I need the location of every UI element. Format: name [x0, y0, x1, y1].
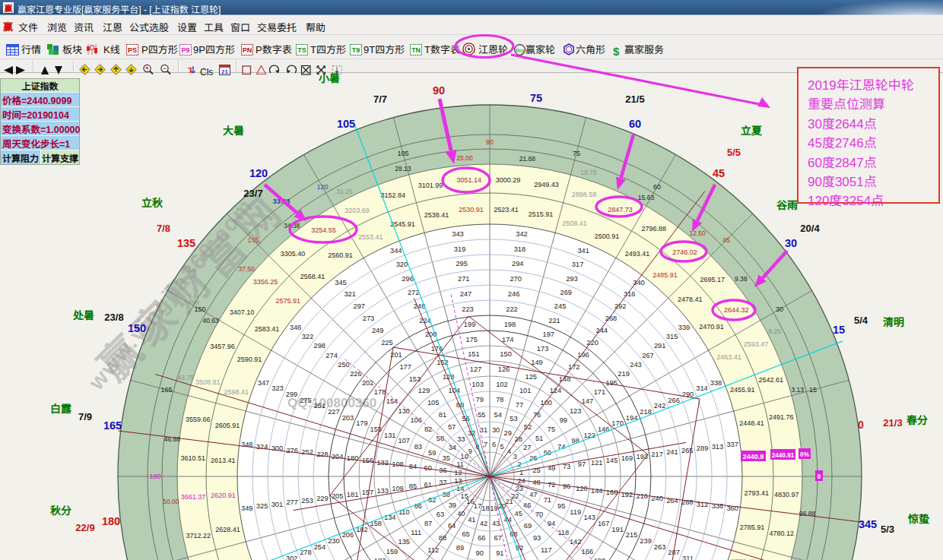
- svg-text:143: 143: [583, 514, 595, 521]
- svg-text:135: 135: [398, 538, 411, 546]
- svg-text:99: 99: [560, 416, 567, 424]
- svg-text:2568.41: 2568.41: [300, 273, 325, 280]
- svg-text:347: 347: [258, 379, 270, 387]
- svg-text:87: 87: [424, 520, 432, 527]
- svg-text:53: 53: [510, 415, 517, 422]
- svg-text:28.13: 28.13: [395, 165, 411, 172]
- svg-text:74: 74: [557, 443, 565, 451]
- svg-text:63: 63: [437, 511, 444, 518]
- svg-text:218: 218: [640, 408, 652, 416]
- svg-text:90: 90: [476, 549, 484, 557]
- svg-text:65: 65: [462, 530, 469, 538]
- svg-text:0%: 0%: [800, 451, 810, 458]
- svg-text:317: 317: [572, 261, 584, 268]
- svg-text:2508.41: 2508.41: [562, 220, 587, 227]
- svg-text:97: 97: [578, 460, 586, 468]
- svg-text:105: 105: [427, 399, 440, 407]
- svg-text:150: 150: [128, 322, 146, 334]
- svg-text:15: 15: [809, 386, 817, 394]
- svg-text:168: 168: [606, 489, 618, 496]
- svg-text:17: 17: [474, 502, 481, 510]
- svg-text:100: 100: [541, 399, 553, 407]
- svg-text:7: 7: [484, 441, 487, 448]
- svg-text:3610.51: 3610.51: [180, 454, 205, 462]
- svg-text:195: 195: [606, 379, 618, 387]
- svg-text:34.38: 34.38: [284, 222, 300, 229]
- svg-text:254: 254: [314, 543, 326, 551]
- svg-text:54: 54: [494, 411, 502, 419]
- svg-text:266: 266: [668, 397, 680, 404]
- svg-text:192: 192: [621, 491, 633, 498]
- svg-text:145: 145: [606, 457, 618, 464]
- svg-text:66: 66: [478, 534, 485, 542]
- svg-text:23/7: 23/7: [243, 188, 262, 199]
- svg-text:21/5: 21/5: [625, 93, 644, 105]
- svg-text:3407.10: 3407.10: [230, 308, 255, 316]
- svg-text:183: 183: [374, 557, 386, 560]
- svg-text:121: 121: [591, 459, 603, 467]
- svg-text:30: 30: [492, 426, 500, 434]
- svg-text:178: 178: [374, 388, 386, 396]
- svg-text:124: 124: [550, 387, 562, 394]
- svg-text:PN: PN: [243, 46, 252, 54]
- svg-text:133: 133: [376, 487, 389, 495]
- svg-text:78: 78: [496, 396, 503, 403]
- svg-text:2560.91: 2560.91: [328, 252, 353, 259]
- svg-text:58: 58: [437, 435, 444, 442]
- svg-text:167: 167: [598, 520, 610, 527]
- svg-text:132: 132: [376, 459, 389, 467]
- svg-text:57: 57: [448, 423, 456, 431]
- svg-text:253: 253: [301, 497, 313, 505]
- svg-text:172: 172: [568, 363, 580, 371]
- svg-text:2793.41: 2793.41: [745, 489, 770, 497]
- svg-text:156: 156: [362, 457, 374, 464]
- svg-text:75: 75: [573, 150, 580, 157]
- svg-text:151: 151: [468, 350, 480, 358]
- svg-text:3661.37: 3661.37: [181, 493, 206, 501]
- svg-text:346: 346: [290, 324, 302, 331]
- svg-text:29: 29: [504, 429, 512, 437]
- svg-text:9: 9: [468, 448, 472, 455]
- svg-text:41: 41: [468, 516, 475, 524]
- svg-text:205: 205: [332, 492, 344, 500]
- svg-text:150: 150: [194, 305, 205, 313]
- svg-text:46.88: 46.88: [164, 435, 181, 443]
- svg-text:109: 109: [392, 485, 404, 492]
- svg-text:173: 173: [537, 345, 549, 353]
- svg-text:288: 288: [681, 498, 694, 506]
- svg-text:6: 6: [492, 441, 496, 448]
- svg-text:90: 90: [433, 84, 445, 96]
- svg-text:118: 118: [557, 529, 569, 536]
- svg-text:225: 225: [381, 339, 393, 346]
- svg-text:344: 344: [390, 247, 402, 255]
- svg-text:34: 34: [449, 444, 456, 451]
- svg-text:立夏: 立夏: [741, 122, 763, 138]
- svg-text:243: 243: [630, 361, 642, 369]
- svg-text:135: 135: [247, 236, 259, 244]
- svg-text:2523.41: 2523.41: [494, 206, 519, 214]
- svg-text:5/3: 5/3: [881, 524, 894, 535]
- svg-text:42: 42: [480, 520, 487, 527]
- svg-text:341: 341: [577, 247, 589, 255]
- svg-text:264: 264: [666, 497, 678, 505]
- svg-text:337: 337: [726, 441, 738, 448]
- svg-text:315: 315: [666, 333, 678, 340]
- svg-text:67: 67: [494, 534, 502, 542]
- svg-text:2590.91: 2590.91: [237, 356, 262, 363]
- svg-text:大暑: 大暑: [223, 122, 244, 138]
- svg-text:春分: 春分: [906, 412, 928, 427]
- svg-text:273: 273: [363, 315, 375, 322]
- svg-text:215: 215: [626, 531, 638, 539]
- svg-text:2485.91: 2485.91: [652, 271, 678, 279]
- svg-text:2538.41: 2538.41: [424, 211, 449, 219]
- svg-text:120: 120: [316, 183, 328, 191]
- svg-text:198: 198: [504, 321, 516, 328]
- svg-text:31: 31: [480, 426, 487, 434]
- svg-text:275: 275: [300, 397, 312, 404]
- svg-text:191: 191: [611, 526, 624, 533]
- svg-text:96.88: 96.88: [799, 510, 816, 517]
- svg-text:240: 240: [651, 495, 663, 502]
- svg-text:35: 35: [443, 454, 450, 462]
- svg-text:223: 223: [462, 305, 474, 313]
- svg-text:320: 320: [396, 261, 408, 268]
